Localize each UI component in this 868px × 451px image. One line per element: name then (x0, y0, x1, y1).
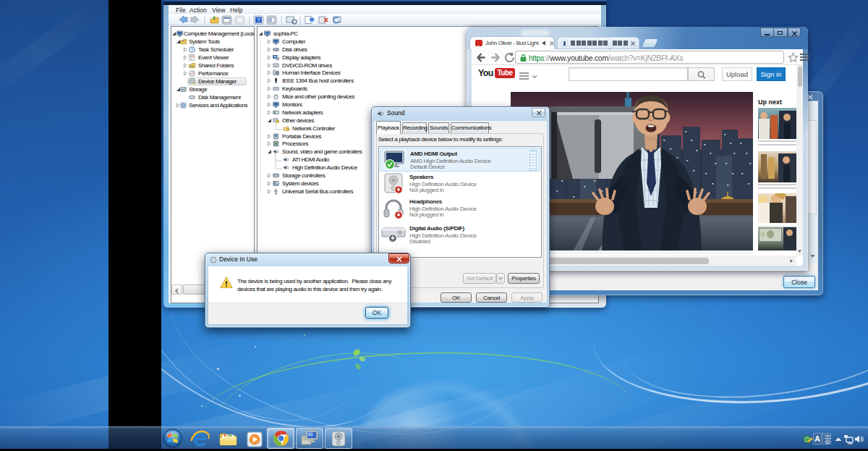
svg-text:?: ? (257, 17, 260, 23)
